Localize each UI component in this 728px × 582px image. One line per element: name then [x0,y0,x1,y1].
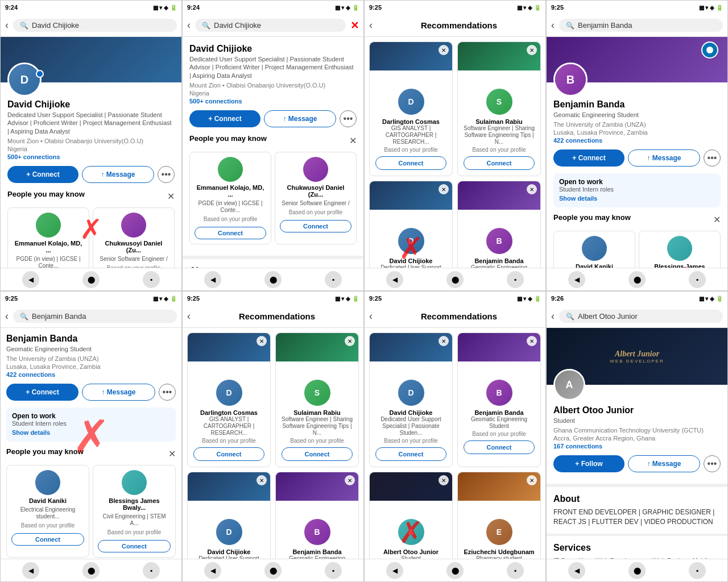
search-query-1: David Chijioke [32,21,79,30]
profile-scroll-8[interactable]: Albert Junior WEB DEVELOPER A Albert Oto… [547,328,727,559]
more-button-5[interactable]: ••• [159,384,176,401]
back-icon-1[interactable]: ‹ [5,19,9,31]
bottom-back-2[interactable]: ◀ [204,271,221,288]
rec-scroll-6[interactable]: ✕ D Darlington Cosmas GIS ANALYST | CART… [183,328,363,559]
bottom-home-1[interactable]: ⬤ [82,271,100,288]
pymk-connect-2b[interactable]: Connect [280,220,351,232]
pymk-close-2[interactable]: ✕ [349,135,357,146]
pymk-section-5: People you may know ✕ David Kaniki Elect… [6,447,176,558]
rec-card-close-7-1[interactable]: ✕ [527,336,537,346]
bottom-recent-5[interactable]: ▪ [143,562,160,579]
rec-title-3-3: Geomatic Engineering Student [464,264,535,268]
bottom-back-5[interactable]: ◀ [22,562,39,579]
rec-card-close-3-2[interactable]: ✕ [439,184,449,194]
rec-scroll-7[interactable]: ✕ D David Chijioke Dedicated User Suppor… [365,328,545,559]
message-button-5[interactable]: ↑ Message [82,384,155,401]
connect-button-5[interactable]: + Connect [6,384,78,401]
status-bar-2: 9:24 ▦ ▾ ◈ 🔋 [183,1,363,14]
rec-card-close-7-2[interactable]: ✕ [439,475,449,485]
bottom-home-8[interactable]: ⬤ [628,562,646,579]
bottom-home-2[interactable]: ⬤ [264,271,282,288]
pymk-connect-5b[interactable]: Connect [98,540,171,552]
profile-scroll-2[interactable]: David Chijioke Dedicated User Support Sp… [183,37,363,268]
bottom-home-4[interactable]: ⬤ [628,271,646,288]
more-button-8[interactable]: ••• [704,455,721,472]
rec-card-close-6-3[interactable]: ✕ [345,475,355,485]
bottom-nav-4: ◀ ⬤ ▪ [547,268,727,290]
rec-connect-3-1[interactable]: Connect [464,156,535,170]
rec-connect-3-0[interactable]: Connect [375,156,446,170]
bottom-back-7[interactable]: ◀ [386,562,403,579]
more-button-4[interactable]: ••• [704,149,721,167]
search-icon-5: 🔍 [20,313,28,321]
back-icon-3[interactable]: ‹ [369,19,373,31]
connect-button-4[interactable]: + Connect [553,149,624,167]
bottom-nav-5: ◀ ⬤ ▪ [1,559,181,581]
close-icon-2[interactable]: ✕ [350,19,359,32]
pymk-connect-2a[interactable]: Connect [195,227,266,239]
profile-scroll-4[interactable]: B Benjamin Banda Geomatic Engineering St… [547,37,727,268]
bottom-recent-3[interactable]: ▪ [507,271,524,288]
connect-button-1[interactable]: + Connect [7,166,78,183]
back-icon-8[interactable]: ‹ [551,310,555,322]
pymk-close-4[interactable]: ✕ [713,214,721,225]
bottom-nav-7: ◀ ⬤ ▪ [365,559,545,581]
bottom-recent-6[interactable]: ▪ [325,562,342,579]
search-bar-4[interactable]: 🔍 Benjamin Banda [559,19,723,32]
nav-bar-8: ‹ 🔍 Albert Otoo Junior [547,305,727,328]
rec-card-close-6-0[interactable]: ✕ [257,336,267,346]
follow-button-8[interactable]: + Follow [553,455,624,472]
bottom-recent-4[interactable]: ▪ [689,271,706,288]
message-button-2[interactable]: ↑ Message [264,110,336,127]
rec-card-close-7-3[interactable]: ✕ [527,475,537,485]
rec-card-close-6-1[interactable]: ✕ [345,336,355,346]
bottom-home-7[interactable]: ⬤ [446,562,464,579]
search-bar-2[interactable]: 🔍 David Chijioke [195,19,346,32]
bottom-recent-2[interactable]: ▪ [325,271,342,288]
rec-card-close-3-3[interactable]: ✕ [527,184,537,194]
message-button-8[interactable]: ↑ Message [628,455,700,472]
otw-details-4[interactable]: Show details [559,195,597,202]
rec-connect-6-0[interactable]: Connect [193,447,264,461]
connect-button-2[interactable]: + Connect [189,110,260,127]
badge-4 [701,41,718,59]
rec-card-close-3-0[interactable]: ✕ [439,45,449,55]
bottom-recent-1[interactable]: ▪ [143,271,160,288]
bottom-home-6[interactable]: ⬤ [264,562,282,579]
bottom-home-3[interactable]: ⬤ [446,271,464,288]
pymk-close-1[interactable]: ✕ [167,191,175,202]
bottom-back-6[interactable]: ◀ [204,562,221,579]
bottom-back-3[interactable]: ◀ [386,271,403,288]
bottom-recent-7[interactable]: ▪ [507,562,524,579]
rec-card-close-6-2[interactable]: ✕ [257,475,267,485]
search-bar-1[interactable]: 🔍 David Chijioke [13,19,177,32]
more-button-2[interactable]: ••• [340,110,357,127]
profile-location-5: Lusaka, Lusaka Province, Zambia [6,363,176,370]
search-bar-5[interactable]: 🔍 Benjamin Banda [13,310,177,323]
back-icon-2[interactable]: ‹ [187,19,191,31]
pymk-connect-5a[interactable]: Connect [11,533,84,546]
back-icon-5[interactable]: ‹ [5,310,9,322]
bottom-back-8[interactable]: ◀ [568,562,585,579]
message-button-1[interactable]: ↑ Message [82,166,154,183]
message-button-4[interactable]: ↑ Message [628,149,700,167]
bottom-home-5[interactable]: ⬤ [82,562,100,579]
back-icon-4[interactable]: ‹ [551,19,555,31]
profile-scroll-1[interactable]: D David Chijioke Dedicated User Support … [1,37,181,268]
rec-card-close-7-0[interactable]: ✕ [439,336,449,346]
back-icon-6[interactable]: ‹ [187,310,191,322]
rec-connect-6-1[interactable]: Connect [282,447,353,461]
bottom-recent-8[interactable]: ▪ [689,562,706,579]
rec-scroll-3[interactable]: ✕ D Darlington Cosmas GIS ANALYST | CART… [365,37,545,268]
profile-scroll-5[interactable]: Benjamin Banda Geomatic Engineering Stud… [1,328,181,559]
rec-connect-7-0[interactable]: Connect [375,447,446,461]
otw-details-5[interactable]: Show details [12,429,50,436]
more-button-1[interactable]: ••• [158,166,175,183]
rec-card-close-3-1[interactable]: ✕ [527,45,537,55]
bottom-back-1[interactable]: ◀ [22,271,39,288]
bottom-back-4[interactable]: ◀ [568,271,585,288]
back-icon-7[interactable]: ‹ [369,310,373,322]
rec-connect-7-1[interactable]: Connect [464,440,535,454]
pymk-close-5[interactable]: ✕ [168,448,176,459]
search-bar-8[interactable]: 🔍 Albert Otoo Junior [559,310,723,323]
